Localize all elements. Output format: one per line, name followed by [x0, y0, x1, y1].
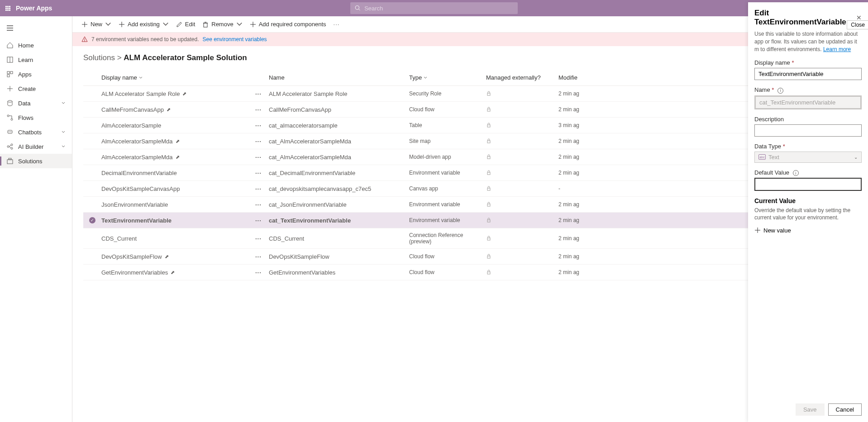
edit-button[interactable]: Edit	[176, 21, 195, 28]
row-more-button[interactable]: ···	[255, 154, 262, 161]
row-more-button[interactable]: ···	[255, 235, 262, 242]
row-more-button[interactable]: ···	[255, 217, 262, 224]
svg-rect-27	[9, 158, 11, 160]
sidebar-item-create[interactable]: Create	[0, 81, 72, 96]
row-more-button[interactable]: ···	[255, 122, 262, 129]
sidebar-toggle[interactable]	[0, 20, 72, 38]
table-row[interactable]: DecimalEnvironmentVariable ··· cat_Decim…	[83, 165, 857, 181]
cancel-button[interactable]: Cancel	[828, 403, 862, 416]
info-icon[interactable]: i	[777, 88, 783, 94]
sidebar-item-label: Data	[18, 100, 30, 107]
table-row[interactable]: AlmAcceleratorSample ··· cat_almaccelera…	[83, 118, 857, 133]
row-display-name: TextEnvironmentVariable	[101, 217, 172, 224]
row-modified: 2 min ag	[558, 106, 604, 113]
sidebar-item-apps[interactable]: Apps	[0, 67, 72, 81]
lock-icon	[486, 122, 491, 128]
table-row[interactable]: AlmAcceleratorSampleMda ⬈ ··· cat_AlmAcc…	[83, 133, 857, 149]
header-display[interactable]: Display name	[101, 74, 255, 81]
search-box[interactable]	[350, 2, 518, 14]
row-modified: 2 min ag	[558, 170, 604, 176]
chatbot-icon	[6, 128, 14, 136]
breadcrumb-parent[interactable]: Solutions	[83, 53, 115, 62]
description-input[interactable]	[754, 124, 862, 137]
table-row[interactable]: AlmAcceleratorSampleMda ⬈ ··· cat_AlmAcc…	[83, 149, 857, 165]
row-managed	[486, 269, 558, 276]
edit-panel: Edit TextEnvironmentVariable ✕ Close Use…	[748, 2, 868, 422]
add-existing-button[interactable]: Add existing	[119, 21, 169, 28]
sidebar-item-flows[interactable]: Flows	[0, 110, 72, 125]
row-more-button[interactable]: ···	[255, 185, 262, 192]
row-managed	[486, 122, 558, 129]
row-name: cat_DecimalEnvironmentVariable	[269, 170, 409, 176]
new-value-button[interactable]: New value	[754, 227, 862, 234]
row-name: DevOpsKitSampleFlow	[269, 253, 409, 260]
sidebar-item-ai-builder[interactable]: AI Builder	[0, 139, 72, 154]
header-type[interactable]: Type	[409, 74, 486, 81]
row-managed	[486, 235, 558, 242]
warning-link[interactable]: See environment variables	[203, 36, 267, 43]
lock-icon	[486, 185, 491, 191]
row-more-button[interactable]: ···	[255, 106, 262, 113]
svg-rect-43	[487, 156, 490, 159]
chevron-down-icon	[424, 76, 427, 80]
row-name: cat_AlmAcceleratorSampleMda	[269, 138, 409, 145]
header-name[interactable]: Name	[269, 74, 409, 81]
save-button[interactable]: Save	[796, 403, 825, 416]
add-required-button[interactable]: Add required components	[250, 21, 326, 28]
header-managed[interactable]: Managed externally?	[486, 74, 558, 81]
row-type: Environment variable	[409, 170, 486, 176]
row-more-button[interactable]: ···	[255, 170, 262, 176]
field-data-type: Data Type * abc Text ⌄	[754, 143, 862, 163]
remove-button[interactable]: Remove	[202, 21, 242, 28]
row-display-name: DevOpsKitSampleFlow	[101, 253, 162, 260]
new-button[interactable]: New	[81, 21, 111, 28]
chevron-down-icon	[236, 21, 243, 28]
header-modified[interactable]: Modifie	[558, 74, 604, 81]
lock-icon	[486, 201, 491, 207]
lock-icon	[486, 138, 491, 143]
sidebar-item-learn[interactable]: Learn	[0, 52, 72, 67]
table-row[interactable]: GetEnvironmentVariables ⬈ ··· GetEnviron…	[83, 265, 857, 280]
search-input[interactable]	[364, 5, 513, 12]
svg-rect-26	[7, 160, 13, 164]
row-more-button[interactable]: ···	[255, 90, 262, 97]
lock-icon	[486, 217, 491, 223]
table-row[interactable]: DevOpsKitSampleFlow ⬈ ··· DevOpsKitSampl…	[83, 249, 857, 265]
row-name: ALM Accelerator Sample Role	[269, 90, 409, 97]
row-more-button[interactable]: ···	[255, 201, 262, 208]
toolbar-more[interactable]: ···	[334, 21, 340, 28]
learn-more-link[interactable]: Learn more	[823, 46, 851, 52]
sidebar-item-solutions[interactable]: Solutions	[0, 154, 72, 168]
sidebar-item-home[interactable]: Home	[0, 38, 72, 52]
row-display-name: CDS_Current	[101, 235, 137, 242]
svg-rect-45	[487, 188, 490, 190]
plus-icon	[754, 227, 761, 233]
svg-rect-12	[7, 75, 10, 77]
sidebar: Home Learn Apps Create Data Flows Chatbo…	[0, 16, 72, 422]
sidebar-item-label: AI Builder	[18, 143, 43, 150]
row-display-name: DecimalEnvironmentVariable	[101, 170, 177, 176]
table-row[interactable]: JsonEnvironmentVariable ··· cat_JsonEnvi…	[83, 197, 857, 213]
table-row[interactable]: CallMeFromCanvasApp ⬈ ··· CallMeFromCanv…	[83, 102, 857, 118]
row-type: Table	[409, 122, 486, 128]
row-modified: 2 min ag	[558, 138, 604, 144]
info-icon[interactable]: i	[793, 170, 799, 176]
sidebar-item-chatbots[interactable]: Chatbots	[0, 125, 72, 139]
row-managed	[486, 201, 558, 208]
waffle-icon[interactable]	[5, 6, 10, 11]
svg-rect-46	[487, 204, 490, 206]
display-name-input[interactable]	[754, 68, 862, 80]
table-row[interactable]: ✓ TextEnvironmentVariable ··· cat_TextEn…	[83, 213, 857, 228]
external-link-icon: ⬈	[165, 254, 169, 260]
row-managed	[486, 217, 558, 224]
table-row[interactable]: DevOpsKitSampleCanvasApp ··· cat_devopsk…	[83, 181, 857, 197]
row-more-button[interactable]: ···	[255, 253, 262, 260]
svg-rect-10	[7, 71, 10, 74]
table-row[interactable]: ALM Accelerator Sample Role ⬈ ··· ALM Ac…	[83, 86, 857, 102]
lock-icon	[486, 269, 491, 275]
table-row[interactable]: CDS_Current ··· CDS_Current Connection R…	[83, 228, 857, 249]
row-more-button[interactable]: ···	[255, 138, 262, 145]
default-value-input[interactable]	[754, 178, 862, 191]
row-more-button[interactable]: ···	[255, 269, 262, 276]
sidebar-item-data[interactable]: Data	[0, 96, 72, 110]
